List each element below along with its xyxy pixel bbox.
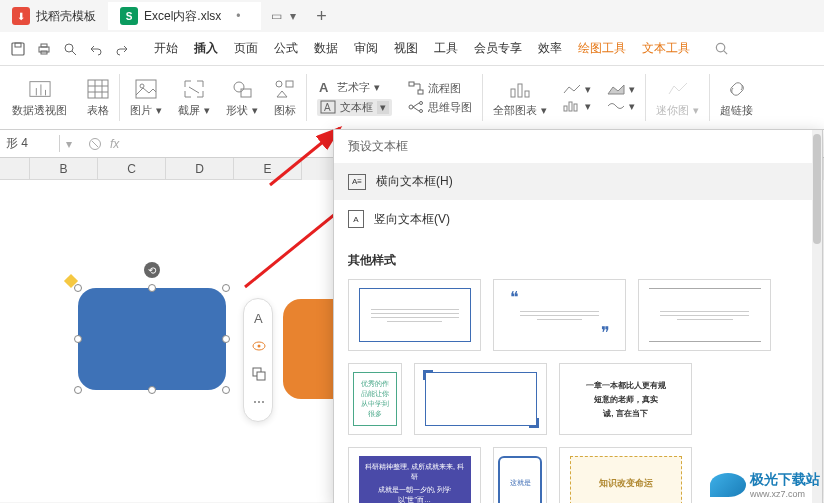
menu-draw-tools[interactable]: 绘图工具 bbox=[578, 40, 626, 57]
chevron-down-icon[interactable]: ▾ bbox=[377, 101, 389, 114]
dropdown-horizontal-textbox[interactable]: A≡ 横向文本框(H) bbox=[334, 163, 822, 200]
textbox-style-5[interactable] bbox=[414, 363, 547, 435]
textbox-style-2[interactable]: ❝❞ bbox=[493, 279, 626, 351]
textbox-style-6[interactable]: 一章一本都比人更有规短意的老师，真实诚, 言在当下 bbox=[559, 363, 692, 435]
shape-orange-rect[interactable] bbox=[283, 299, 333, 399]
tab-excel[interactable]: S Excel内容.xlsx • bbox=[108, 2, 261, 30]
new-tab-button[interactable]: + bbox=[306, 6, 337, 27]
formula-fx-icon[interactable]: fx bbox=[110, 137, 119, 151]
tab-template[interactable]: ⬇ 找稻壳模板 bbox=[0, 2, 108, 30]
save-icon[interactable] bbox=[10, 41, 26, 57]
ribbon-line-chart[interactable]: ▾ bbox=[563, 83, 591, 96]
ribbon-all-charts[interactable]: 全部图表▾ bbox=[485, 66, 555, 129]
text-tool-icon[interactable]: A bbox=[248, 307, 270, 329]
textbox-style-7[interactable]: 科研精神整理, 成所成就来来, 科研成就是一朝一夕的, 列学以"世"而… bbox=[348, 447, 481, 503]
resize-handle[interactable] bbox=[222, 335, 230, 343]
resize-handle[interactable] bbox=[74, 284, 82, 292]
resize-handle[interactable] bbox=[222, 386, 230, 394]
scrollbar-thumb[interactable] bbox=[813, 134, 821, 244]
redo-icon[interactable] bbox=[114, 41, 130, 57]
row-col-corner[interactable] bbox=[0, 158, 30, 180]
resize-handle[interactable] bbox=[148, 386, 156, 394]
menu-tools[interactable]: 工具 bbox=[434, 40, 458, 57]
print-icon[interactable] bbox=[36, 41, 52, 57]
chevron-down-icon[interactable]: ▾ bbox=[585, 83, 591, 96]
ribbon-wave[interactable]: ▾ bbox=[607, 100, 635, 113]
chevron-down-icon[interactable]: ▾ bbox=[60, 137, 78, 151]
cancel-icon[interactable] bbox=[88, 137, 102, 151]
chevron-down-icon: ▾ bbox=[693, 104, 699, 117]
preview-icon[interactable] bbox=[62, 41, 78, 57]
svg-line-6 bbox=[72, 51, 76, 55]
resize-handle[interactable] bbox=[148, 284, 156, 292]
resize-handle[interactable] bbox=[222, 284, 230, 292]
arrange-tool-icon[interactable] bbox=[248, 363, 270, 385]
ribbon-table[interactable]: 表格 bbox=[79, 66, 117, 129]
dropdown-vertical-textbox[interactable]: A 竖向文本框(V) bbox=[334, 200, 822, 238]
chevron-down-icon[interactable]: ▾ bbox=[585, 100, 591, 113]
chevron-down-icon[interactable]: ▾ bbox=[629, 100, 635, 113]
ribbon-sparkline[interactable]: 迷你图▾ bbox=[648, 66, 707, 129]
ribbon-shapes[interactable]: 形状▾ bbox=[218, 66, 266, 129]
chevron-down-icon[interactable]: ▾ bbox=[252, 104, 258, 117]
shape-rounded-rect[interactable]: ⟲ bbox=[78, 288, 226, 390]
menu-data[interactable]: 数据 bbox=[314, 40, 338, 57]
ribbon-mindmap[interactable]: 思维导图 bbox=[408, 100, 472, 115]
watermark-url: www.xz7.com bbox=[750, 489, 820, 499]
textbox-style-1[interactable] bbox=[348, 279, 481, 351]
chevron-down-icon[interactable]: ▾ bbox=[629, 83, 635, 96]
ribbon-screenshot[interactable]: 截屏▾ bbox=[170, 66, 218, 129]
ribbon-textbox[interactable]: A 文本框 ▾ bbox=[317, 99, 392, 116]
menu-text-tools[interactable]: 文本工具 bbox=[642, 40, 690, 57]
col-header[interactable]: C bbox=[98, 158, 166, 180]
tab-close-icon[interactable]: • bbox=[227, 9, 249, 23]
ribbon-hyperlink[interactable]: 超链接 bbox=[712, 66, 761, 129]
resize-handle[interactable] bbox=[74, 386, 82, 394]
ribbon-picture[interactable]: 图片▾ bbox=[122, 66, 170, 129]
resize-handle[interactable] bbox=[74, 335, 82, 343]
svg-point-31 bbox=[420, 110, 423, 113]
chevron-down-icon[interactable]: ▾ bbox=[204, 104, 210, 117]
menu-member[interactable]: 会员专享 bbox=[474, 40, 522, 57]
tab-label: Excel内容.xlsx bbox=[144, 8, 221, 25]
menu-review[interactable]: 审阅 bbox=[354, 40, 378, 57]
menu-insert[interactable]: 插入 bbox=[194, 40, 218, 57]
menu-efficiency[interactable]: 效率 bbox=[538, 40, 562, 57]
menu-formula[interactable]: 公式 bbox=[274, 40, 298, 57]
textbox-style-9[interactable]: 知识改变命运 bbox=[559, 447, 692, 503]
window-icon[interactable]: ▭ bbox=[271, 9, 282, 23]
pivot-chart-icon bbox=[29, 78, 51, 100]
ribbon-area-chart[interactable]: ▾ bbox=[607, 83, 635, 96]
ribbon-wordart[interactable]: A 艺术字 ▾ bbox=[317, 80, 392, 95]
ribbon-label: 超链接 bbox=[720, 103, 753, 118]
menu-start[interactable]: 开始 bbox=[154, 40, 178, 57]
name-box[interactable]: 形 4 bbox=[0, 135, 60, 152]
textbox-style-8[interactable]: 这就是 bbox=[493, 447, 547, 503]
textbox-style-4[interactable]: 优秀的作品能让你从中学到很多 bbox=[348, 363, 402, 435]
col-header[interactable]: D bbox=[166, 158, 234, 180]
svg-rect-34 bbox=[525, 91, 529, 97]
undo-icon[interactable] bbox=[88, 41, 104, 57]
chevron-down-icon[interactable]: ▾ bbox=[374, 81, 380, 94]
chevron-down-icon[interactable]: ▾ bbox=[156, 104, 162, 117]
ribbon-icons[interactable]: 图标 bbox=[266, 66, 304, 129]
scrollbar-vertical[interactable] bbox=[812, 130, 822, 503]
ribbon-flowchart[interactable]: 流程图 bbox=[408, 81, 472, 96]
color-tool-icon[interactable] bbox=[248, 335, 270, 357]
ribbon-bar-chart[interactable]: ▾ bbox=[563, 100, 591, 113]
textbox-style-3[interactable] bbox=[638, 279, 771, 351]
more-tool-icon[interactable]: ⋯ bbox=[248, 391, 270, 413]
svg-point-29 bbox=[409, 105, 413, 109]
rotate-handle[interactable]: ⟲ bbox=[144, 262, 160, 278]
search-icon[interactable] bbox=[704, 41, 739, 56]
menu-page[interactable]: 页面 bbox=[234, 40, 258, 57]
tab-label: 找稻壳模板 bbox=[36, 8, 96, 25]
menu-view[interactable]: 视图 bbox=[394, 40, 418, 57]
chevron-down-icon[interactable]: ▾ bbox=[541, 104, 547, 117]
line-chart-icon bbox=[563, 83, 581, 95]
ribbon-pivot[interactable]: 数据透视图 bbox=[0, 66, 79, 129]
chevron-down-icon[interactable]: ▾ bbox=[290, 9, 296, 23]
col-header[interactable]: E bbox=[234, 158, 302, 180]
dropdown-item-label: 横向文本框(H) bbox=[376, 173, 453, 190]
col-header[interactable]: B bbox=[30, 158, 98, 180]
